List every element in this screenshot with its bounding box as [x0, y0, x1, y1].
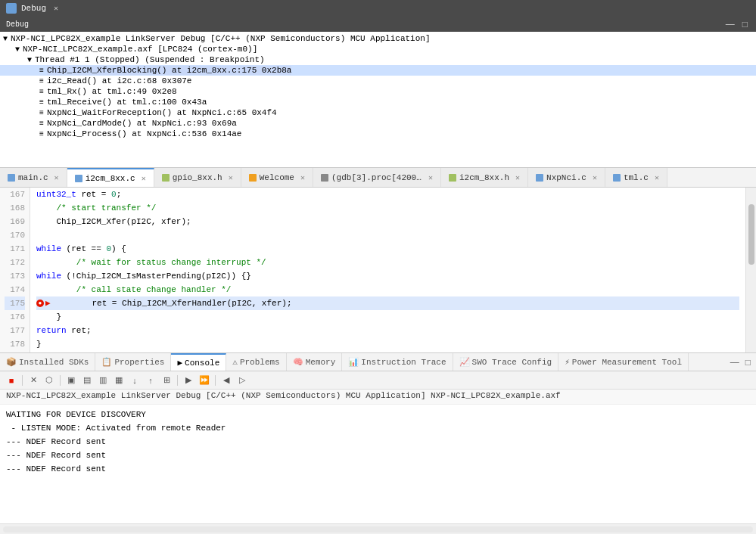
line-number: 174: [5, 283, 25, 296]
toolbar-btn-b1[interactable]: ✕: [26, 374, 40, 387]
bottom-tab-swo_trace[interactable]: 📈SWO Trace Config: [453, 353, 559, 371]
toolbar-btn-b3[interactable]: ▣: [64, 374, 78, 387]
tree-item-label: tml_Receive() at tml.c:100 0x43a: [47, 98, 207, 107]
tree-item[interactable]: ≡NxpNci_WaitForReception() at NxpNci.c:6…: [0, 107, 756, 118]
console-line: --- NDEF Record sent: [6, 435, 750, 449]
tab-close-btn[interactable]: ✕: [142, 174, 146, 183]
tab-label: Welcome: [260, 173, 294, 182]
bottom-tabs: 📦Installed SDKs📋Properties▶Console⚠Probl…: [0, 353, 756, 371]
bottom-tab-console[interactable]: ▶Console: [171, 353, 226, 371]
editor-scrollbar-v[interactable]: [745, 188, 756, 352]
title-bar-label: Debug: [21, 4, 46, 13]
tree-item-icon: ▼: [27, 56, 32, 64]
bottom-scrollbar[interactable]: [0, 523, 756, 534]
tab-close-btn[interactable]: ✕: [229, 173, 233, 182]
editor-tabs: main.c✕i2cm_8xx.c✕gpio_8xx.h✕Welcome✕(gd…: [0, 168, 756, 188]
toolbar-btn-b7[interactable]: ↓: [128, 374, 142, 387]
code-comment: /* wait for status change interrupt */: [36, 256, 266, 269]
tree-item-label: NxpNci_CardMode() at NxpNci.c:93 0x69a: [47, 119, 237, 128]
panel-minimize-btn[interactable]: —: [728, 355, 742, 369]
tab-main_c[interactable]: main.c✕: [0, 168, 67, 187]
tab-NxpNci_c[interactable]: NxpNci.c✕: [528, 168, 605, 187]
toolbar-btn-b13[interactable]: ▷: [235, 374, 249, 387]
bottom-tab-properties[interactable]: 📋Properties: [95, 353, 171, 371]
number: 0: [111, 188, 117, 201]
code-line: }: [36, 310, 739, 324]
tab-close-btn[interactable]: ✕: [300, 173, 305, 182]
toolbar-btn-b8[interactable]: ↑: [144, 374, 157, 387]
toolbar-btn-b5[interactable]: ▥: [96, 374, 110, 387]
tab-label: gpio_8xx.h: [173, 173, 222, 182]
tab-welcome[interactable]: Welcome✕: [241, 168, 313, 187]
bottom-tab-instruction_trace[interactable]: 📊Instruction Trace: [342, 353, 453, 371]
toolbar-btn-b6[interactable]: ▦: [112, 374, 126, 387]
line-number: 177: [5, 324, 25, 337]
tree-item-icon: ▼: [3, 35, 8, 43]
tree-item[interactable]: ▼NXP-NCI_LPC82X_example LinkServer Debug…: [0, 33, 756, 44]
tree-item[interactable]: ≡Chip_I2CM_XferBlocking() at i2cm_8xx.c:…: [0, 65, 756, 76]
tree-item-label: NxpNci_WaitForReception() at NxpNci.c:65…: [47, 108, 277, 117]
bottom-tab-label: Console: [185, 359, 219, 368]
toolbar-btn-b9[interactable]: ⊞: [160, 374, 173, 387]
tab-tml_c[interactable]: tml.c✕: [605, 168, 667, 187]
bottom-scrollbar-track[interactable]: [3, 526, 753, 532]
tab-close-btn[interactable]: ✕: [593, 173, 597, 182]
keyword: while: [36, 242, 61, 256]
line-number: 168: [5, 201, 25, 215]
bottom-tab-power_meas[interactable]: ⚡Power Measurement Tool: [558, 353, 689, 371]
tree-item[interactable]: ≡tml_Rx() at tml.c:49 0x2e8: [0, 86, 756, 97]
tree-item[interactable]: ▼Thread #1 1 (Stopped) (Suspended : Brea…: [0, 54, 756, 65]
tab-label: NxpNci.c: [546, 173, 586, 182]
bottom-tab-icon: 📦: [6, 357, 17, 367]
tab-close-btn[interactable]: ✕: [515, 173, 520, 182]
tab-close-btn[interactable]: ✕: [54, 173, 59, 182]
tab-gpio_8xx_h[interactable]: gpio_8xx.h✕: [154, 168, 241, 187]
code-line: /* call state change handler */: [36, 283, 739, 296]
toolbar-btn-stop[interactable]: ■: [5, 374, 18, 387]
tree-item-icon: ≡: [39, 120, 44, 128]
bottom-tab-icon: 🧠: [293, 357, 303, 367]
code-line: [36, 228, 739, 242]
tab-close-btn[interactable]: ✕: [655, 173, 659, 182]
tree-item-icon: ≡: [39, 67, 44, 75]
console-output[interactable]: WAITING FOR DEVICE DISCOVERY - LISTEN MO…: [0, 405, 756, 523]
tree-item-icon: ≡: [39, 98, 44, 107]
tab-i2cm_8xx_c[interactable]: i2cm_8xx.c✕: [67, 168, 154, 187]
tab-gdb_proc[interactable]: (gdb[3].proc[42000].threadGroup[i1].gdb[…: [313, 168, 441, 187]
bottom-tab-problems[interactable]: ⚠Problems: [226, 353, 286, 371]
toolbar-btn-b12[interactable]: ◀: [219, 374, 233, 387]
tree-item[interactable]: ≡NxpNci_Process() at NxpNci.c:536 0x14ae: [0, 129, 756, 139]
tree-item[interactable]: ≡NxpNci_CardMode() at NxpNci.c:93 0x69a: [0, 118, 756, 129]
panel-maximize-btn[interactable]: □: [743, 355, 753, 369]
bottom-tab-icon: ▶: [177, 358, 182, 368]
tab-icon: [162, 174, 170, 182]
tree-item[interactable]: ≡tml_Receive() at tml.c:100 0x43a: [0, 97, 756, 107]
number: 0: [106, 242, 111, 256]
bottom-tab-label: Properties: [114, 358, 164, 367]
debug-maximize-btn[interactable]: □: [740, 17, 750, 31]
code-line: uint32_t ret = 0;: [36, 188, 739, 201]
console-toolbar: ■✕⬡▣▤▥▦↓↑⊞▶⏩◀▷: [0, 371, 756, 390]
line-number: 173: [5, 269, 25, 283]
code-line: ●▶ ret = Chip_I2CM_XferHandler(pI2C, xfe…: [36, 296, 739, 310]
tab-label: (gdb[3].proc[42000].threadGroup[i1].gdb[…: [331, 173, 422, 182]
tab-label: tml.c: [624, 173, 649, 182]
tree-item[interactable]: ▼NXP-NCI_LPC82X_example.axf [LPC824 (cor…: [0, 44, 756, 54]
tree-item-icon: ≡: [39, 77, 44, 85]
code-content[interactable]: uint32_t ret = 0; /* start transfer */ C…: [30, 188, 745, 352]
bottom-tab-label: Memory: [306, 358, 336, 367]
tab-close-btn[interactable]: ✕: [428, 173, 433, 182]
toolbar-btn-b4[interactable]: ▤: [80, 374, 94, 387]
tab-icon: [249, 174, 257, 182]
bottom-tab-installed_sdks[interactable]: 📦Installed SDKs: [0, 353, 95, 371]
toolbar-btn-b10[interactable]: ▶: [182, 374, 195, 387]
toolbar-btn-b2[interactable]: ⬡: [42, 374, 56, 387]
bottom-tab-label: Problems: [240, 358, 280, 367]
toolbar-btn-b11[interactable]: ⏩: [198, 374, 211, 387]
console-line: - LISTEN MODE: Activated from remote Rea…: [6, 421, 750, 435]
tree-item[interactable]: ≡i2c_Read() at i2c.c:68 0x307e: [0, 76, 756, 86]
bottom-tab-memory[interactable]: 🧠Memory: [287, 353, 343, 371]
tab-i2cm_8xx_h[interactable]: i2cm_8xx.h✕: [441, 168, 528, 187]
editor-scrollbar-thumb[interactable]: [748, 204, 754, 265]
debug-minimize-btn[interactable]: —: [723, 17, 737, 31]
